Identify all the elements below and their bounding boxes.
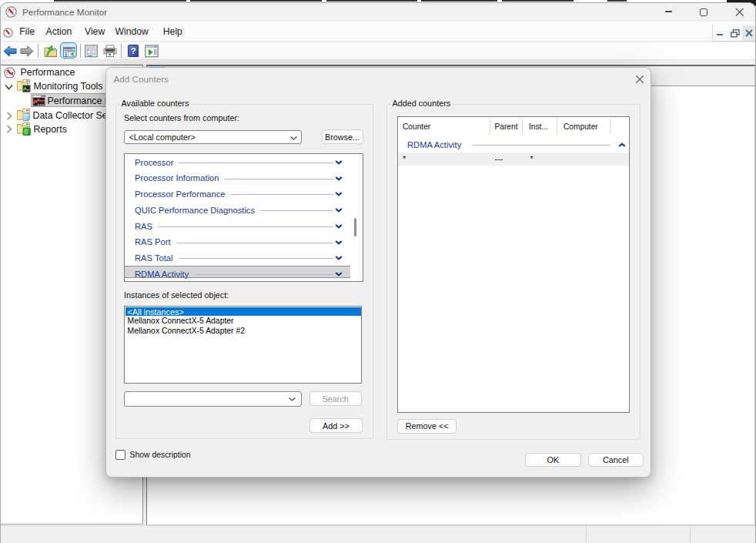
svg-text:?: ? [130, 46, 135, 55]
